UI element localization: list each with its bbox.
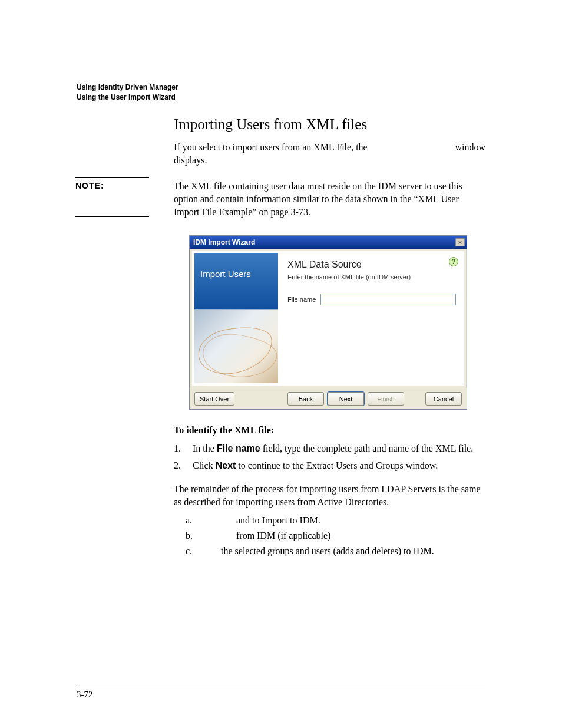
file-name-input[interactable] — [320, 294, 456, 305]
step-2: 2. Click Next to continue to the Extract… — [174, 459, 485, 473]
identify-steps: 1. In the File name field, type the comp… — [174, 442, 485, 473]
page-number: 3-72 — [77, 690, 93, 700]
substep-a-mid: and — [236, 515, 252, 525]
step2-bold: Next — [216, 460, 236, 470]
step1-pre: In the — [193, 443, 217, 453]
identify-heading: To identify the XML file: — [174, 425, 485, 436]
back-button[interactable]: Back — [287, 392, 324, 406]
step2-post: to continue to the Extract Users and Gro… — [236, 460, 438, 470]
wizard-subheading: Enter the name of XML file (on IDM serve… — [287, 274, 456, 281]
note-rule-top — [75, 177, 149, 178]
finish-button[interactable]: Finish — [368, 392, 404, 406]
step1-post: field, type the complete path and name o… — [260, 443, 474, 453]
wizard-screenshot: IDM Import Wizard × Import Users ? XML D… — [189, 235, 467, 410]
cancel-button[interactable]: Cancel — [425, 392, 462, 406]
substep-c-tail: the selected groups and users (adds and … — [221, 546, 434, 556]
section-title: Importing Users from XML files — [174, 116, 485, 133]
wizard-title: IDM Import Wizard — [193, 238, 255, 246]
wizard-titlebar: IDM Import Wizard × — [190, 236, 467, 249]
running-head-line2: Using the User Import Wizard — [77, 93, 485, 103]
start-over-button[interactable]: Start Over — [194, 392, 234, 406]
help-icon[interactable]: ? — [449, 257, 458, 266]
next-button[interactable]: Next — [328, 392, 364, 406]
note-text: The XML file containing user data must r… — [174, 180, 485, 219]
running-head: Using Identity Driven Manager Using the … — [77, 83, 485, 103]
substep-b-tail: from IDM (if applicable) — [236, 531, 330, 541]
sub-steps: a. and to Import to IDM. b. from IDM (if… — [174, 513, 485, 558]
file-name-label: File name — [287, 296, 316, 303]
note-rule-bottom — [75, 216, 149, 217]
note-label: NOTE: — [75, 181, 104, 190]
wizard-side-title: Import Users — [194, 253, 278, 310]
close-icon[interactable]: × — [455, 238, 465, 246]
substep-c: c. the selected groups and users (adds a… — [174, 544, 485, 558]
wizard-side-image — [194, 310, 278, 383]
substep-a: a. and to Import to IDM. — [174, 513, 485, 528]
wizard-heading: XML Data Source — [287, 259, 456, 270]
intro-line2: displays. — [174, 155, 207, 165]
running-head-line1: Using Identity Driven Manager — [77, 83, 485, 93]
footer-rule — [77, 684, 485, 684]
step2-pre: Click — [193, 460, 216, 470]
step1-bold: File name — [217, 443, 260, 453]
remainder-paragraph: The remainder of the process for importi… — [174, 483, 485, 509]
substep-a-tail: to Import to IDM. — [252, 515, 320, 525]
intro-line1: If you select to import users from an XM… — [174, 142, 368, 152]
intro-paragraph: If you select to import users from an XM… — [174, 141, 485, 167]
substep-b: b. from IDM (if applicable) — [174, 529, 485, 543]
step-1: 1. In the File name field, type the comp… — [174, 442, 485, 456]
intro-trailing-word: window — [455, 141, 485, 154]
